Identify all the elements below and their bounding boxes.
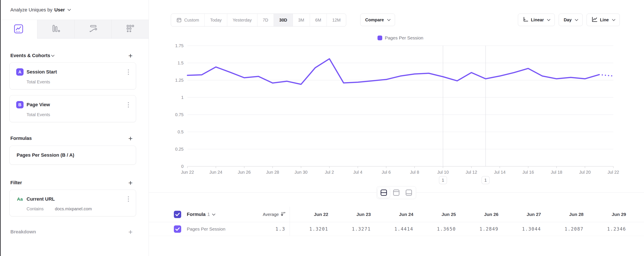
select-all-checkbox[interactable] [174, 211, 181, 218]
results-table: Formula 1 Average Jun 22Jun 23Jun 24Jun … [148, 207, 644, 236]
range-12m[interactable]: 12M [326, 14, 346, 26]
breakdown-section-header: Breakdown + [0, 228, 148, 236]
flow-icon [88, 24, 98, 34]
series-name: Pages Per Session [187, 227, 226, 232]
formula-index: 1 [207, 212, 210, 217]
annotation-badge[interactable]: 1 [439, 176, 447, 184]
add-filter-button[interactable]: + [128, 179, 132, 186]
event-name[interactable]: Session Start [26, 69, 57, 75]
cell-value: 1.3650 [417, 227, 460, 232]
events-section-header: Events & Cohorts + [0, 51, 148, 60]
y-axis-label: 0.5 [178, 129, 184, 134]
range-30d[interactable]: 30D [274, 14, 293, 26]
x-axis-label: Jul 6 [382, 170, 391, 175]
filter-operator[interactable]: Contains [26, 206, 44, 211]
x-axis-label: Jul 16 [522, 170, 534, 175]
event-badge-b: B [16, 101, 24, 108]
svg-text:1: 1 [484, 178, 487, 183]
analyze-header: Analyze Uniques by User [0, 0, 148, 20]
x-axis-label: Jul 2 [325, 170, 334, 175]
mixpanel-insights-report: Analyze Uniques by User [0, 0, 644, 256]
compare-button[interactable]: Compare [360, 13, 395, 26]
kebab-menu-icon[interactable] [127, 101, 130, 108]
filter-property-name[interactable]: Current URL [26, 196, 55, 202]
column-header-jun-26[interactable]: Jun 26 [460, 212, 502, 217]
column-header-jun-23[interactable]: Jun 23 [332, 212, 375, 217]
series-checkbox[interactable] [174, 225, 181, 233]
kebab-menu-icon[interactable] [127, 69, 130, 76]
event-card-page-view[interactable]: B Page View Total Events [10, 95, 136, 122]
chevron-down-icon [387, 17, 390, 21]
x-axis-label: Jul 12 [466, 170, 477, 175]
y-axis-label: 1.75 [175, 43, 184, 48]
x-axis-label: Jul 20 [579, 170, 591, 175]
x-axis-label: Jul 4 [353, 170, 362, 175]
bar-chart-icon [51, 24, 61, 34]
report-main-panel: CustomTodayYesterday7D30D3M6M12M Compare… [148, 0, 644, 256]
add-event-button[interactable]: + [128, 52, 132, 59]
tab-flows[interactable] [74, 20, 112, 39]
table-column-divider [290, 207, 290, 236]
calendar-icon [176, 17, 182, 23]
series-line-dotted [599, 75, 613, 76]
range-today[interactable]: Today [204, 14, 227, 26]
kebab-menu-icon[interactable] [127, 195, 130, 203]
x-axis-label: Jun 24 [209, 170, 222, 175]
chevron-down-icon [51, 53, 54, 57]
filter-card-current-url[interactable]: Aa Current URL Contains docs.mixpanel.co… [10, 190, 136, 216]
annotation-badge[interactable]: 1 [482, 176, 489, 184]
y-axis-label: 1 [181, 95, 184, 100]
interval-dropdown[interactable]: Day [559, 13, 583, 26]
report-type-tabbar [0, 20, 148, 39]
range-yesterday[interactable]: Yesterday [227, 14, 257, 26]
tab-retention[interactable] [112, 20, 148, 39]
layout-chart-button[interactable] [390, 187, 402, 198]
column-header-jun-27[interactable]: Jun 27 [502, 212, 545, 217]
column-header-jun-24[interactable]: Jun 24 [375, 212, 417, 217]
sort-descending-icon[interactable] [280, 211, 285, 217]
series-line [188, 59, 599, 84]
filter-value[interactable]: docs.mixpanel.com [55, 206, 92, 211]
column-header-jun-25[interactable]: Jun 25 [417, 212, 460, 217]
events-section-title[interactable]: Events & Cohorts [10, 53, 50, 58]
column-header-jun-22[interactable]: Jun 22 [290, 212, 332, 217]
table-header-row: Formula 1 Average Jun 22Jun 23Jun 24Jun … [148, 207, 644, 222]
formula-dropdown[interactable]: Formula [187, 212, 206, 217]
formulas-section-title: Formulas [10, 135, 32, 141]
tab-funnels[interactable] [37, 20, 74, 39]
column-header-jun-29[interactable]: Jun 29 [588, 212, 630, 217]
formulas-section-header: Formulas + [0, 134, 148, 143]
window-edge [0, 0, 1, 256]
chart-display-controls: Linear Day Line [518, 13, 620, 26]
add-formula-button[interactable]: + [128, 135, 132, 141]
range-custom[interactable]: Custom [171, 14, 204, 26]
event-card-session-start[interactable]: A Session Start Total Events [10, 62, 136, 89]
string-property-icon: Aa [16, 197, 24, 202]
line-chart-type-icon [592, 16, 598, 23]
column-header-jun-28[interactable]: Jun 28 [545, 212, 588, 217]
range-3m[interactable]: 3M [293, 14, 310, 26]
chevron-down-icon [575, 17, 578, 21]
chart-type-dropdown[interactable]: Line [586, 13, 620, 26]
event-measure[interactable]: Total Events [26, 112, 50, 117]
x-axis-label: Jun 30 [294, 170, 308, 175]
formula-card[interactable]: Pages Per Session (B / A) [10, 146, 136, 165]
event-name[interactable]: Page View [26, 102, 50, 108]
range-6m[interactable]: 6M [310, 14, 327, 26]
layout-split-button[interactable] [378, 187, 390, 198]
formula-expression[interactable]: Pages Per Session (B / A) [17, 152, 74, 158]
cell-value: 1.4414 [375, 227, 417, 232]
analyze-label: Analyze Uniques by [10, 7, 52, 13]
x-axis-label: Jun 28 [266, 170, 279, 175]
average-column-header[interactable]: Average [263, 212, 279, 217]
range-7d[interactable]: 7D [257, 14, 274, 26]
event-measure[interactable]: Total Events [26, 80, 50, 85]
analyze-uniques-dropdown[interactable]: User [54, 7, 65, 13]
tab-insights[interactable] [0, 20, 37, 39]
layout-table-button[interactable] [403, 187, 415, 198]
pages-per-session-line-chart[interactable]: 00.250.50.7511.251.51.7511Jun 22Jun 24Ju… [148, 32, 644, 198]
y-axis-label: 0.25 [175, 147, 184, 151]
y-axis-label: 1.5 [178, 61, 184, 65]
add-breakdown-button[interactable]: + [128, 229, 132, 235]
scale-dropdown[interactable]: Linear [518, 13, 555, 26]
